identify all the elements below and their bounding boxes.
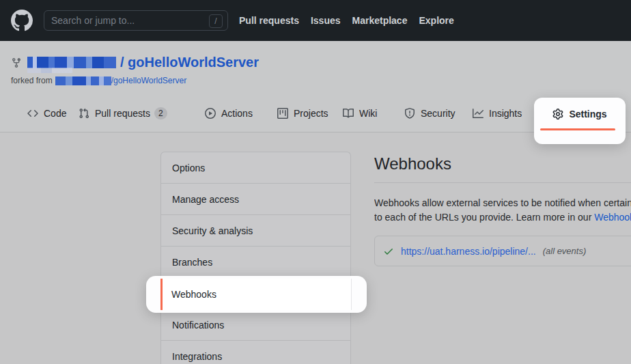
shield-icon <box>404 108 415 119</box>
description-line1: Webhooks allow external services to be n… <box>374 196 631 210</box>
graph-icon <box>473 108 483 119</box>
check-icon <box>383 246 394 257</box>
repo-name-link[interactable]: / goHelloWorldServer <box>120 55 259 70</box>
forked-from-repo-link[interactable]: /goHelloWorldServer <box>111 76 187 85</box>
repo-forked-icon <box>11 57 22 68</box>
tab-actions[interactable]: Actions <box>205 101 253 126</box>
sidebar-item-manage-access[interactable]: Manage access <box>161 184 350 215</box>
forked-from-row: forked from /goHelloWorldServer <box>11 76 186 85</box>
pull-request-icon <box>79 108 89 119</box>
sidebar-item-webhooks[interactable]: Webhooks <box>160 279 351 310</box>
tab-security[interactable]: Security <box>404 101 455 126</box>
sidebar-item-branches[interactable]: Branches <box>161 247 350 278</box>
nav-explore[interactable]: Explore <box>419 15 453 26</box>
title-divider <box>374 182 631 183</box>
repo-name-text: / goHelloWorldServer <box>120 55 259 70</box>
tab-pull-requests[interactable]: Pull requests 2 <box>79 101 167 126</box>
repo-owner-redacted <box>27 57 116 68</box>
tab-wiki[interactable]: Wiki <box>343 101 377 126</box>
page-title: Webhooks <box>374 154 451 173</box>
settings-sidebar: Options Manage access Security & analysi… <box>160 152 351 364</box>
gear-icon <box>552 109 563 120</box>
nav-issues[interactable]: Issues <box>311 15 341 26</box>
tab-code[interactable]: Code <box>27 101 66 126</box>
forked-owner-redacted <box>55 76 111 85</box>
tab-label: Settings <box>569 109 606 120</box>
tab-label: Actions <box>221 108 253 119</box>
search-box: / <box>44 10 228 31</box>
webhooks-guide-link[interactable]: Webhooks Guide. <box>594 212 631 223</box>
selected-tab-underline <box>540 128 615 130</box>
tab-settings[interactable]: Settings <box>534 106 626 122</box>
description-line2: to each of the URLs you provide. Learn m… <box>374 210 631 225</box>
search-input[interactable] <box>51 11 198 30</box>
forked-from-label: forked from <box>11 76 53 85</box>
nav-marketplace[interactable]: Marketplace <box>352 15 408 26</box>
description-line2-text: to each of the URLs you provide. Learn m… <box>374 212 594 223</box>
play-circle-icon <box>205 108 216 119</box>
sidebar-item-security-analysis[interactable]: Security & analysis <box>161 215 350 247</box>
sidebar-item-notifications[interactable]: Notifications <box>161 309 350 341</box>
tab-insights[interactable]: Insights <box>473 101 522 126</box>
webhooks-spotlight: Webhooks <box>146 276 367 313</box>
sidebar-item-options[interactable]: Options <box>161 152 350 184</box>
project-board-icon <box>277 108 288 119</box>
tab-label: Wiki <box>359 108 377 119</box>
top-header: / Pull requests Issues Marketplace Explo… <box>0 0 631 41</box>
tab-projects[interactable]: Projects <box>277 101 328 126</box>
tab-label: Pull requests <box>95 108 150 119</box>
page: / Pull requests Issues Marketplace Explo… <box>0 0 631 364</box>
code-icon <box>27 108 38 119</box>
top-nav: Pull requests Issues Marketplace Explore <box>239 0 454 41</box>
tab-label: Security <box>421 108 455 119</box>
nav-pull-requests[interactable]: Pull requests <box>239 15 299 26</box>
tab-label: Code <box>44 108 66 119</box>
webhooks-description: Webhooks allow external services to be n… <box>374 196 631 225</box>
tab-label: Projects <box>294 108 328 119</box>
webhook-url-link[interactable]: https://uat.harness.io/pipeline/... <box>401 246 536 257</box>
slash-key-hint: / <box>209 14 223 28</box>
settings-spotlight: Settings <box>534 98 626 144</box>
sidebar-item-label: Webhooks <box>163 289 216 300</box>
tab-label: Insights <box>489 108 522 119</box>
webhook-events-label: (all events) <box>543 246 587 256</box>
github-logo-icon[interactable] <box>11 10 33 31</box>
sidebar-item-integrations[interactable]: Integrations <box>161 341 350 364</box>
pull-requests-count-badge: 2 <box>154 107 167 120</box>
book-icon <box>343 108 354 119</box>
repo-owner-redacted-sub <box>27 68 72 73</box>
webhook-list-item: https://uat.harness.io/pipeline/... (all… <box>374 236 631 266</box>
